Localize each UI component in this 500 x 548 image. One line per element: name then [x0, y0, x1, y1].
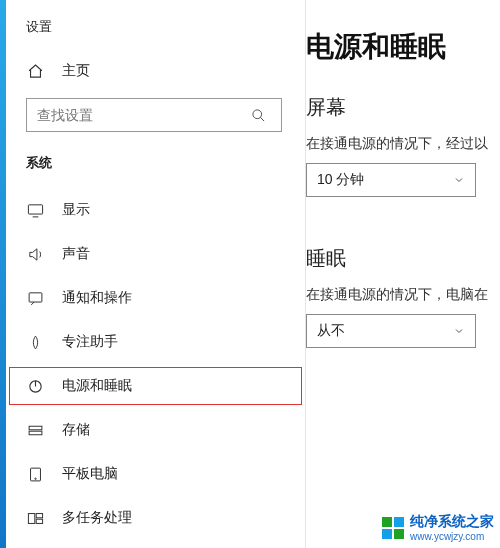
svg-rect-6	[30, 468, 40, 481]
sidebar-item-storage[interactable]: 存储	[6, 408, 305, 452]
sidebar-item-sound[interactable]: 声音	[6, 232, 305, 276]
svg-rect-10	[36, 519, 42, 523]
svg-rect-9	[36, 513, 42, 517]
tablet-icon	[26, 466, 44, 483]
svg-point-0	[253, 109, 262, 118]
svg-rect-1	[28, 204, 42, 213]
svg-point-7	[34, 478, 35, 479]
app-title: 设置	[6, 18, 305, 36]
sidebar-item-label: 通知和操作	[62, 289, 132, 307]
power-icon	[26, 378, 44, 395]
sidebar-item-label: 声音	[62, 245, 90, 263]
watermark-logo-icon	[382, 517, 404, 539]
screen-timeout-value: 10 分钟	[317, 171, 364, 189]
sleep-timeout-select[interactable]: 从不	[306, 314, 476, 348]
sound-icon	[26, 246, 44, 263]
group-label: 系统	[6, 132, 305, 178]
main-panel: 电源和睡眠 屏幕 在接通电源的情况下，经过以 10 分钟 睡眠 在接通电源的情况…	[306, 0, 500, 548]
sleep-section-title: 睡眠	[306, 245, 500, 272]
settings-sidebar: 设置 主页 系统 显示 声音	[6, 0, 306, 548]
sleep-timeout-value: 从不	[317, 322, 345, 340]
svg-rect-2	[29, 292, 42, 301]
sidebar-item-notifications[interactable]: 通知和操作	[6, 276, 305, 320]
sidebar-item-focus[interactable]: 专注助手	[6, 320, 305, 364]
watermark-url: www.ycwjzy.com	[410, 531, 494, 542]
svg-rect-4	[29, 426, 42, 430]
search-icon	[251, 108, 281, 123]
focus-icon	[26, 334, 44, 351]
sidebar-item-label: 存储	[62, 421, 90, 439]
sidebar-item-label: 专注助手	[62, 333, 118, 351]
screen-desc: 在接通电源的情况下，经过以	[306, 135, 500, 153]
search-input[interactable]	[26, 98, 282, 132]
sidebar-item-label: 显示	[62, 201, 90, 219]
sidebar-item-display[interactable]: 显示	[6, 188, 305, 232]
chevron-down-icon	[453, 325, 465, 337]
sidebar-item-label: 电源和睡眠	[62, 377, 132, 395]
svg-rect-8	[28, 513, 34, 523]
sidebar-item-label: 平板电脑	[62, 465, 118, 483]
storage-icon	[26, 422, 44, 439]
sleep-desc: 在接通电源的情况下，电脑在	[306, 286, 500, 304]
screen-timeout-select[interactable]: 10 分钟	[306, 163, 476, 197]
chevron-down-icon	[453, 174, 465, 186]
sidebar-item-multitask[interactable]: 多任务处理	[6, 496, 305, 540]
display-icon	[26, 202, 44, 219]
multitask-icon	[26, 510, 44, 527]
nav-list: 显示 声音 通知和操作 专注助手 电源和睡眠 存储	[6, 188, 305, 540]
sidebar-item-tablet[interactable]: 平板电脑	[6, 452, 305, 496]
sidebar-item-label: 多任务处理	[62, 509, 132, 527]
svg-rect-5	[29, 431, 42, 435]
page-title: 电源和睡眠	[306, 28, 500, 66]
home-button[interactable]: 主页	[6, 54, 305, 88]
home-label: 主页	[62, 62, 90, 80]
notification-icon	[26, 290, 44, 307]
watermark-name: 纯净系统之家	[410, 513, 494, 529]
screen-section-title: 屏幕	[306, 94, 500, 121]
home-icon	[26, 63, 44, 80]
watermark: 纯净系统之家 www.ycwjzy.com	[382, 513, 494, 542]
sidebar-item-power[interactable]: 电源和睡眠	[6, 364, 305, 408]
search-field[interactable]	[27, 107, 251, 123]
